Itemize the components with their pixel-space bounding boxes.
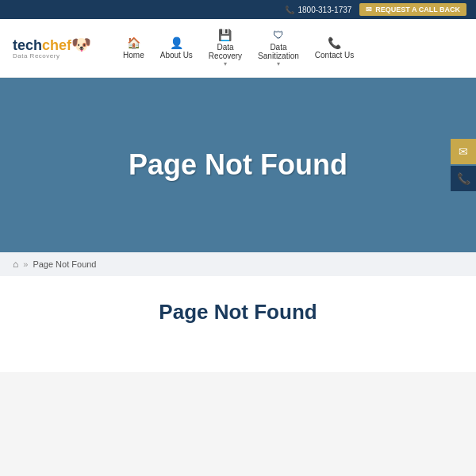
phone-side-icon: 📞: [457, 172, 470, 185]
nav-about[interactable]: 👤 About Us: [154, 33, 199, 63]
nav-data-sanitization[interactable]: 🛡 DataSanitization ▾: [251, 25, 305, 71]
nav-contact-label: Contact Us: [315, 51, 354, 60]
breadcrumb: ⌂ » Page Not Found: [0, 252, 476, 276]
breadcrumb-current: Page Not Found: [33, 259, 96, 269]
about-icon: 👤: [170, 36, 183, 49]
contact-icon: 📞: [328, 36, 341, 49]
main-nav: 🏠 Home 👤 About Us 💾 DataRecovery ▾ 🛡 Dat…: [117, 25, 463, 71]
nav-sanitization-label: DataSanitization: [258, 43, 299, 60]
hero-section: Page Not Found ✉ 📞: [0, 78, 476, 252]
callback-label: REQUEST A CALL BACK: [375, 6, 460, 13]
breadcrumb-separator: »: [23, 259, 28, 269]
main-content: Page Not Found: [0, 276, 476, 372]
data-recovery-arrow: ▾: [224, 60, 227, 67]
nav-data-recovery-label: DataRecovery: [209, 43, 242, 60]
breadcrumb-home-icon[interactable]: ⌂: [13, 259, 18, 270]
phone-bar[interactable]: 📞 1800-313-1737: [285, 6, 351, 14]
email-side-button[interactable]: ✉: [451, 139, 476, 164]
nav-data-recovery[interactable]: 💾 DataRecovery ▾: [202, 25, 248, 71]
callback-button[interactable]: ✉ REQUEST A CALL BACK: [359, 3, 466, 16]
email-side-icon: ✉: [459, 145, 468, 158]
main-title: Page Not Found: [159, 300, 317, 324]
nav-home[interactable]: 🏠 Home: [117, 33, 151, 63]
nav-home-label: Home: [123, 51, 144, 60]
hero-title: Page Not Found: [129, 148, 347, 182]
side-buttons: ✉ 📞: [451, 139, 476, 191]
sanitization-arrow: ▾: [277, 60, 280, 67]
home-icon: 🏠: [127, 36, 140, 49]
phone-icon: 📞: [285, 6, 294, 14]
nav-contact[interactable]: 📞 Contact Us: [309, 33, 360, 63]
header: techchef🐶 Data Recovery 🏠 Home 👤 About U…: [0, 19, 476, 78]
logo-sub: Data Recovery: [13, 52, 60, 60]
data-recovery-icon: 💾: [218, 29, 232, 41]
phone-number: 1800-313-1737: [298, 6, 351, 14]
sanitization-icon: 🛡: [273, 29, 284, 41]
logo[interactable]: techchef🐶 Data Recovery: [13, 36, 91, 60]
top-bar: 📞 1800-313-1737 ✉ REQUEST A CALL BACK: [0, 0, 476, 19]
nav-about-label: About Us: [160, 51, 193, 60]
logo-brand: techchef🐶: [13, 36, 91, 52]
phone-side-button[interactable]: 📞: [451, 166, 476, 191]
callback-icon: ✉: [366, 6, 372, 13]
